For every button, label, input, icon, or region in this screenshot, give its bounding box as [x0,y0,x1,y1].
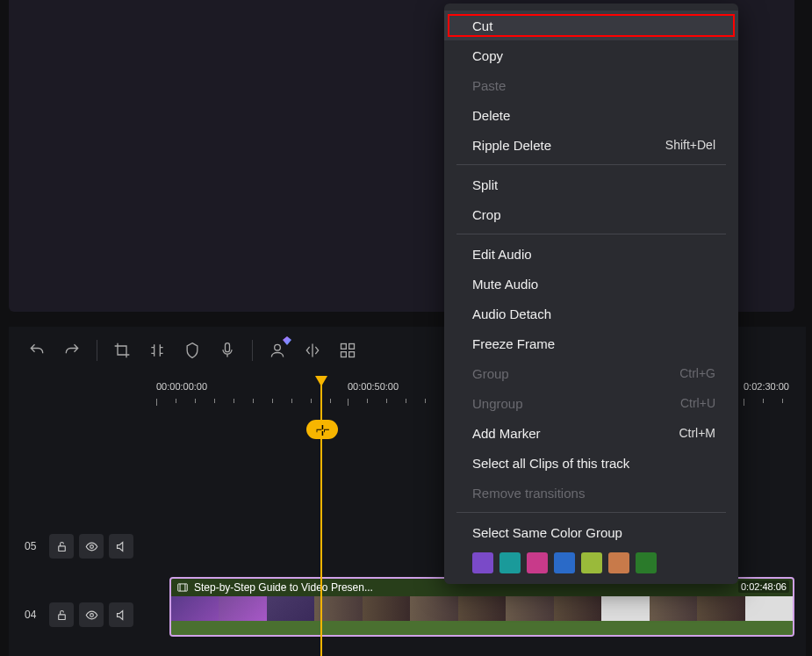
ruler-tick-label: 00:00:00:00 [156,381,207,392]
clip-audio-waveform [171,621,793,635]
color-swatch-blue[interactable] [554,552,575,573]
menu-ripple-delete[interactable]: Ripple DeleteShift+Del [444,130,738,160]
context-menu: Cut Copy Paste Delete Ripple DeleteShift… [444,4,738,584]
toolbar-separator [97,340,97,361]
menu-copy[interactable]: Copy [444,40,738,70]
svg-point-6 [90,544,93,548]
track-mute-button[interactable] [109,602,133,627]
grid-button[interactable] [332,335,363,366]
svg-rect-1 [341,344,347,350]
color-swatch-green[interactable] [636,552,657,573]
menu-cut[interactable]: Cut [444,11,738,40]
clip-thumbnails [171,596,793,623]
crop-button[interactable] [106,335,138,366]
clip-title: Step-by-Step Guide to Video Presen... [194,581,373,594]
menu-remove-transitions: Remove transitions [444,478,738,508]
menu-select-color-group[interactable]: Select Same Color Group [444,517,738,547]
menu-split[interactable]: Split [444,169,738,199]
menu-delete[interactable]: Delete [444,100,738,130]
menu-group: GroupCtrl+G [444,358,738,388]
menu-paste: Paste [444,70,738,100]
menu-select-all-clips[interactable]: Select all Clips of this track [444,448,738,478]
clip-type-icon [176,581,189,594]
svg-point-0 [275,344,281,350]
color-group-row [444,547,738,577]
menu-ungroup: UngroupCtrl+U [444,388,738,418]
track-visibility-button[interactable] [79,602,104,627]
color-swatch-orange[interactable] [608,552,629,573]
color-swatch-teal[interactable] [499,552,521,573]
ruler-tick-label: 0:02:30:00 [744,381,789,392]
track-number: 05 [25,540,44,552]
clip-duration: 0:02:48:06 [738,580,789,593]
track-number: 04 [25,609,44,621]
mirror-button[interactable] [297,335,328,366]
track-lock-button[interactable] [49,534,74,559]
menu-separator [456,164,726,165]
menu-add-marker[interactable]: Add MarkerCtrl+M [444,418,738,448]
menu-edit-audio[interactable]: Edit Audio [444,239,738,269]
svg-rect-2 [349,344,355,350]
voiceover-button[interactable] [212,335,243,366]
menu-freeze-frame[interactable]: Freeze Frame [444,328,738,358]
svg-rect-7 [58,614,65,619]
svg-point-8 [90,613,93,616]
color-swatch-magenta[interactable] [527,552,548,573]
track-visibility-button[interactable] [79,534,104,559]
menu-separator [456,512,726,513]
toolbar-separator [252,340,253,361]
svg-rect-9 [178,584,188,591]
video-clip[interactable]: Step-by-Step Guide to Video Presen... 0:… [169,577,794,637]
svg-rect-5 [58,545,65,551]
redo-button[interactable] [56,335,88,366]
track-header: 04 [9,597,158,632]
split-button[interactable] [141,335,173,366]
ai-portrait-button[interactable] [262,335,293,366]
track-mute-button[interactable] [109,534,133,559]
menu-crop[interactable]: Crop [444,199,738,229]
playhead[interactable] [320,376,322,656]
split-indicator[interactable]: ⌐¦⌐ [306,420,338,439]
color-swatch-purple[interactable] [472,552,493,573]
menu-mute-audio[interactable]: Mute Audio [444,269,738,299]
undo-button[interactable] [21,335,53,366]
svg-rect-3 [341,352,347,357]
ruler-tick-label: 00:00:50:00 [348,381,399,392]
track-lock-button[interactable] [49,602,74,627]
menu-audio-detach[interactable]: Audio Detach [444,299,738,328]
color-swatch-olive[interactable] [581,552,602,573]
track-header: 05 [9,529,158,564]
menu-separator [456,234,726,234]
svg-rect-4 [349,352,355,357]
marker-button[interactable] [176,335,208,366]
